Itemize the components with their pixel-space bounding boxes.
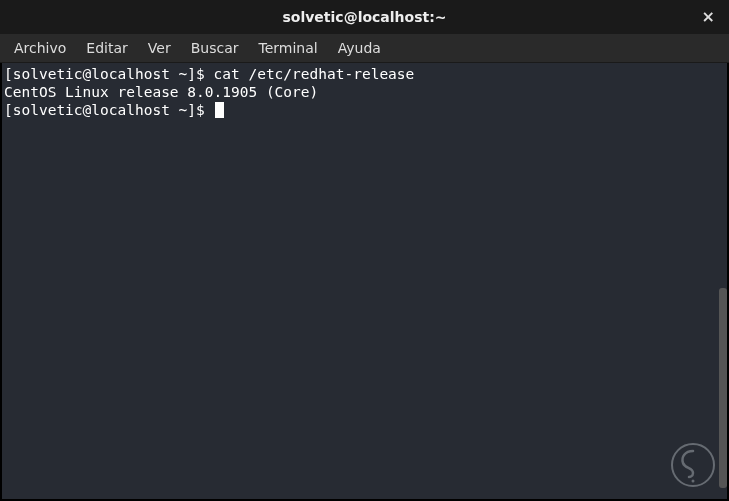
svg-point-1 [692,480,695,483]
cursor-block [215,102,224,118]
close-button[interactable]: × [698,7,719,27]
menubar: Archivo Editar Ver Buscar Terminal Ayuda [0,34,729,63]
window-title: solvetic@localhost:~ [282,9,446,25]
terminal-line: CentOS Linux release 8.0.1905 (Core) [2,83,727,101]
menu-buscar[interactable]: Buscar [181,36,249,60]
prompt-text: [solvetic@localhost ~]$ [4,66,214,82]
terminal-line: [solvetic@localhost ~]$ cat /etc/redhat-… [2,65,727,83]
command-text: cat /etc/redhat-release [214,66,415,82]
menu-editar[interactable]: Editar [76,36,137,60]
window-titlebar: solvetic@localhost:~ × [0,0,729,34]
menu-terminal[interactable]: Terminal [248,36,327,60]
terminal-line: [solvetic@localhost ~]$ [2,101,727,119]
svg-point-0 [672,444,714,486]
watermark-icon [671,443,715,487]
menu-ayuda[interactable]: Ayuda [328,36,391,60]
terminal-viewport[interactable]: [solvetic@localhost ~]$ cat /etc/redhat-… [2,63,727,499]
prompt-text: [solvetic@localhost ~]$ [4,102,214,118]
scrollbar-thumb[interactable] [719,288,727,488]
menu-archivo[interactable]: Archivo [4,36,76,60]
menu-ver[interactable]: Ver [138,36,181,60]
output-text: CentOS Linux release 8.0.1905 (Core) [4,84,318,100]
